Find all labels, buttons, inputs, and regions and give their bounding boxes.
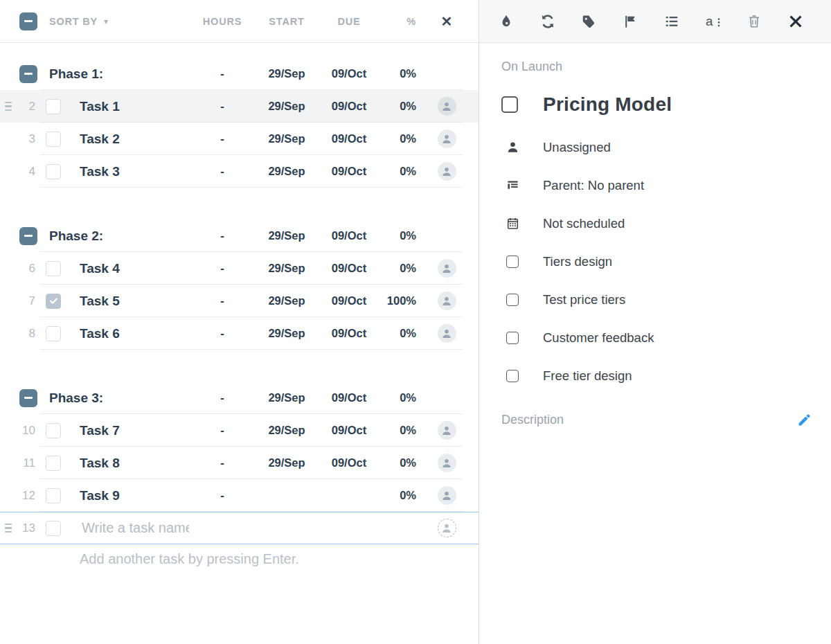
meta-row[interactable]: Parent: No parent [501, 166, 814, 204]
assignee-avatar[interactable] [438, 454, 456, 472]
row-number: 4 [17, 165, 40, 179]
task-name[interactable]: Task 5 [66, 294, 189, 309]
assignee-avatar[interactable] [438, 421, 456, 440]
row-number: 11 [17, 456, 40, 470]
task-checkbox[interactable] [46, 99, 61, 114]
subtask-label[interactable]: Free tier design [543, 368, 814, 384]
row-number: 10 [17, 424, 40, 438]
trash-icon[interactable] [747, 14, 762, 29]
phase-row[interactable]: Phase 1:-29/Sep09/Oct0% [0, 57, 479, 90]
phase-due: 09/Oct [318, 391, 380, 404]
collapse-phase-button[interactable] [19, 227, 37, 245]
edit-description-icon[interactable] [797, 413, 812, 427]
phase-percent: 0% [380, 67, 426, 80]
task-checkbox[interactable] [46, 423, 61, 438]
task-name[interactable]: Task 2 [66, 132, 189, 147]
task-row[interactable]: 4Task 3-29/Sep09/Oct0% [0, 155, 479, 188]
collapse-phase-button[interactable] [19, 389, 37, 407]
assignee-avatar[interactable] [438, 259, 456, 278]
checklist-item[interactable]: Test price tiers [501, 280, 814, 319]
detail-content: On Launch Pricing Model UnassignedParent… [479, 43, 831, 427]
assign-avatar-button[interactable] [438, 519, 456, 537]
task-due: 09/Oct [318, 100, 380, 113]
phase-name[interactable]: Phase 1: [40, 66, 189, 82]
close-icon[interactable] [788, 14, 803, 29]
task-checkbox[interactable] [46, 488, 61, 503]
phase-start: 29/Sep [256, 229, 318, 242]
drag-handle-icon[interactable] [0, 524, 17, 533]
minus-icon [24, 397, 33, 398]
task-hours: - [189, 456, 256, 469]
new-task-row[interactable]: 13 Write a task name [0, 512, 479, 544]
refresh-icon[interactable] [540, 14, 555, 29]
subtask-label[interactable]: Customer feedback [543, 330, 814, 346]
meta-label[interactable]: Not scheduled [543, 216, 814, 231]
sort-by-dropdown[interactable]: SORT BY ▾ [40, 16, 189, 27]
task-row[interactable]: 2Task 1-29/Sep09/Oct0% [0, 90, 479, 123]
text-format-icon[interactable]: a [706, 14, 721, 29]
phase-row[interactable]: Phase 3:-29/Sep09/Oct0% [0, 382, 479, 414]
phase-name[interactable]: Phase 2: [40, 229, 189, 244]
task-row[interactable]: 3Task 2-29/Sep09/Oct0% [0, 123, 479, 155]
task-name[interactable]: Task 4 [66, 261, 189, 276]
close-list-icon[interactable]: ✕ [426, 13, 467, 30]
assignee-avatar[interactable] [438, 162, 456, 181]
subtask-label[interactable]: Test price tiers [543, 292, 814, 307]
assignee-avatar[interactable] [438, 486, 456, 505]
task-complete-checkbox[interactable] [501, 96, 518, 113]
task-row[interactable]: 7Task 5-29/Sep09/Oct100% [0, 285, 479, 317]
subtask-checkbox[interactable] [506, 294, 519, 306]
task-name[interactable]: Task 7 [66, 423, 189, 438]
svg-text:a: a [706, 14, 713, 28]
assignee-avatar[interactable] [438, 324, 456, 343]
checklist-item[interactable]: Free tier design [501, 357, 814, 395]
subtask-checkbox[interactable] [506, 332, 519, 344]
col-header-due: DUE [318, 16, 380, 27]
task-row[interactable]: 10Task 7-29/Sep09/Oct0% [0, 414, 479, 447]
row-number: 2 [17, 100, 40, 114]
task-checkbox[interactable] [46, 132, 61, 147]
subtask-label[interactable]: Tiers design [543, 254, 814, 269]
task-checkbox[interactable] [46, 164, 61, 179]
tag-icon[interactable] [581, 14, 596, 29]
meta-label[interactable]: Unassigned [543, 140, 814, 155]
phase-name[interactable]: Phase 3: [40, 391, 189, 406]
task-checkbox[interactable] [46, 326, 61, 341]
list-icon[interactable] [664, 14, 679, 29]
task-checkbox[interactable] [46, 456, 61, 471]
task-checkbox[interactable] [46, 261, 61, 276]
collapse-phase-button[interactable] [19, 65, 37, 83]
sort-by-label: SORT BY [49, 16, 98, 27]
subtask-checkbox[interactable] [506, 256, 519, 268]
subtask-checkbox[interactable] [506, 370, 519, 382]
meta-row[interactable]: Unassigned [501, 128, 814, 166]
task-name[interactable]: Task 3 [66, 164, 189, 179]
task-title[interactable]: Pricing Model [543, 93, 814, 116]
drag-handle-icon[interactable] [0, 102, 17, 111]
task-name[interactable]: Task 6 [66, 326, 189, 341]
checklist-item[interactable]: Customer feedback [501, 319, 814, 357]
task-row[interactable]: 6Task 4-29/Sep09/Oct0% [0, 252, 479, 285]
task-name[interactable]: Task 1 [66, 99, 189, 114]
task-list-breadcrumb[interactable]: On Launch [501, 60, 814, 74]
assignee-avatar[interactable] [438, 129, 456, 148]
checklist-item[interactable]: Tiers design [501, 242, 814, 280]
row-number: 3 [17, 132, 40, 146]
assignee-avatar[interactable] [438, 292, 456, 310]
meta-row[interactable]: Not scheduled [501, 204, 814, 242]
task-row[interactable]: 12Task 9-0% [0, 479, 479, 512]
task-name[interactable]: Task 8 [66, 456, 189, 471]
phase-row[interactable]: Phase 2:-29/Sep09/Oct0% [0, 220, 479, 252]
new-task-name-input[interactable]: Write a task name [66, 519, 189, 537]
flag-icon[interactable] [623, 14, 638, 29]
assignee-avatar[interactable] [438, 97, 456, 116]
droplet-icon[interactable] [499, 14, 514, 29]
task-row[interactable]: 11Task 8-29/Sep09/Oct0% [0, 447, 479, 479]
task-checkbox[interactable] [46, 294, 61, 309]
meta-label[interactable]: Parent: No parent [543, 178, 814, 193]
task-name[interactable]: Task 9 [66, 488, 189, 503]
new-task-checkbox[interactable] [46, 521, 61, 536]
task-row[interactable]: 8Task 6-29/Sep09/Oct0% [0, 317, 479, 350]
collapse-all-button[interactable] [19, 12, 37, 30]
task-hours: - [189, 100, 256, 113]
